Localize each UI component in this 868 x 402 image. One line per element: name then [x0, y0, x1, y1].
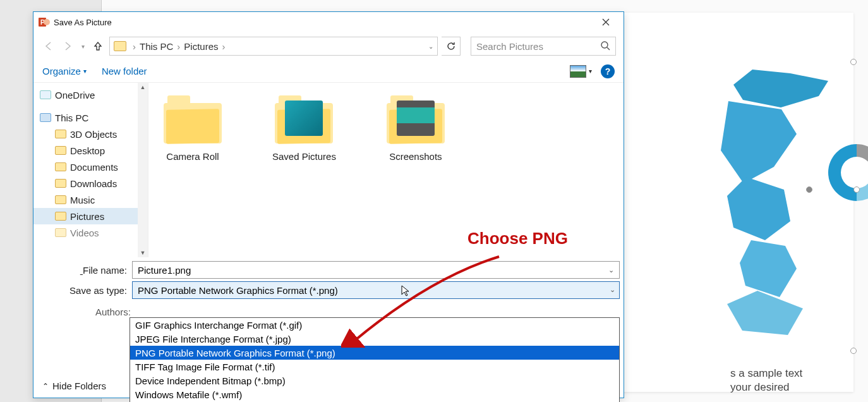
- computer-icon: [40, 113, 51, 122]
- recent-dropdown[interactable]: ▾: [79, 39, 87, 54]
- toolbar: Organize▾ New folder ▾ ?: [33, 60, 624, 83]
- address-bar[interactable]: › This PC › Pictures › ⌄: [109, 37, 438, 56]
- filetype-option-tiff[interactable]: TIFF Tag Image File Format (*.tif): [130, 360, 619, 374]
- save-form: File name: Picture1.png ⌄ Save as type: …: [33, 257, 624, 303]
- chevron-right-icon[interactable]: ›: [220, 41, 228, 52]
- folder-icon: [114, 41, 126, 51]
- hide-folders-button[interactable]: ⌃ Hide Folders: [42, 381, 106, 391]
- back-button[interactable]: [41, 39, 56, 54]
- filetype-option-png[interactable]: PNG Portable Network Graphics Format (*.…: [130, 346, 619, 360]
- filetype-option-jpeg[interactable]: JPEG File Interchange Format (*.jpg): [130, 332, 619, 346]
- help-button[interactable]: ?: [601, 64, 615, 78]
- titlebar: P Save As Picture: [33, 12, 624, 32]
- folder-icon: [55, 130, 66, 138]
- scroll-down-icon[interactable]: ▼: [140, 250, 146, 256]
- search-icon: [600, 40, 610, 52]
- forward-button[interactable]: [60, 39, 75, 54]
- chevron-down-icon[interactable]: ⌄: [608, 266, 614, 274]
- tree-desktop[interactable]: Desktop: [33, 142, 148, 159]
- chevron-down-icon: ⌄: [610, 286, 615, 294]
- tree-thispc[interactable]: This PC: [33, 109, 148, 126]
- filetype-combobox[interactable]: PNG Portable Network Graphics Format (*.…: [132, 281, 620, 299]
- selection-handle[interactable]: [850, 348, 857, 354]
- filetype-label: Save as type:: [37, 285, 132, 296]
- view-button[interactable]: ▾: [570, 65, 592, 78]
- save-as-dialog: P Save As Picture ▾ › This PC › Pictures…: [33, 11, 624, 398]
- navigation-bar: ▾ › This PC › Pictures › ⌄ Search Pictur…: [33, 32, 624, 60]
- tree-scrollbar[interactable]: ▲▼: [138, 83, 148, 257]
- refresh-button[interactable]: [442, 37, 461, 56]
- filetype-dropdown: GIF Graphics Interchange Format (*.gif) …: [130, 317, 620, 402]
- tree-pictures[interactable]: Pictures: [33, 208, 148, 224]
- filetype-option-wmf[interactable]: Windows Metafile (*.wmf): [130, 387, 619, 401]
- tree-videos[interactable]: Videos: [33, 224, 148, 241]
- selection-handle[interactable]: [853, 186, 860, 193]
- folder-icon: [55, 228, 66, 237]
- tree-3dobjects[interactable]: 3D Objects: [33, 126, 148, 142]
- breadcrumb-folder[interactable]: Pictures: [184, 41, 218, 52]
- new-folder-button[interactable]: New folder: [102, 66, 147, 76]
- address-dropdown[interactable]: ⌄: [428, 43, 433, 50]
- folder-screenshots[interactable]: Screenshots: [387, 95, 445, 162]
- tree-onedrive[interactable]: OneDrive: [33, 87, 148, 103]
- cursor-icon: [401, 284, 411, 299]
- svg-point-2: [44, 19, 50, 25]
- authors-label: Authors:: [33, 307, 624, 317]
- folder-icon: [55, 212, 66, 221]
- search-box[interactable]: Search Pictures: [471, 37, 616, 56]
- tree-downloads[interactable]: Downloads: [33, 175, 148, 192]
- folder-icon: [55, 179, 66, 188]
- filename-input[interactable]: Picture1.png ⌄: [132, 261, 620, 279]
- folder-icon: [55, 146, 66, 155]
- folder-icon: [55, 162, 66, 171]
- selection-handle[interactable]: [806, 186, 812, 193]
- slide-text: s a sample textyour desired: [730, 367, 802, 394]
- scroll-up-icon[interactable]: ▲: [140, 84, 146, 90]
- up-button[interactable]: [90, 39, 105, 54]
- selection-handle[interactable]: [850, 59, 857, 65]
- close-button[interactable]: [593, 12, 618, 32]
- organize-button[interactable]: Organize▾: [42, 66, 87, 76]
- folder-icon: [55, 195, 66, 204]
- breadcrumb-root[interactable]: This PC: [140, 41, 173, 52]
- filetype-option-gif[interactable]: GIF Graphics Interchange Format (*.gif): [130, 318, 619, 332]
- svg-point-3: [601, 42, 608, 48]
- folder-tree: OneDrive This PC 3D Objects Desktop Docu…: [33, 83, 148, 257]
- world-map-graphic: [721, 70, 841, 322]
- folder-cameraroll[interactable]: Camera Roll: [164, 95, 222, 162]
- chevron-up-icon: ⌃: [42, 382, 49, 391]
- dialog-title: Save As Picture: [54, 18, 593, 27]
- powerpoint-icon: P: [39, 16, 50, 28]
- search-placeholder: Search Pictures: [476, 41, 543, 52]
- tree-music[interactable]: Music: [33, 192, 148, 208]
- folder-savedpictures[interactable]: Saved Pictures: [272, 95, 336, 162]
- filetype-option-bmp[interactable]: Device Independent Bitmap (*.bmp): [130, 374, 619, 387]
- filename-label: File name:: [37, 265, 132, 276]
- annotation-text: Choose PNG: [467, 229, 568, 248]
- chevron-right-icon[interactable]: ›: [174, 41, 183, 52]
- chevron-right-icon[interactable]: ›: [130, 41, 138, 52]
- view-icon: [570, 65, 586, 78]
- cloud-icon: [40, 90, 51, 99]
- tree-documents[interactable]: Documents: [33, 159, 148, 175]
